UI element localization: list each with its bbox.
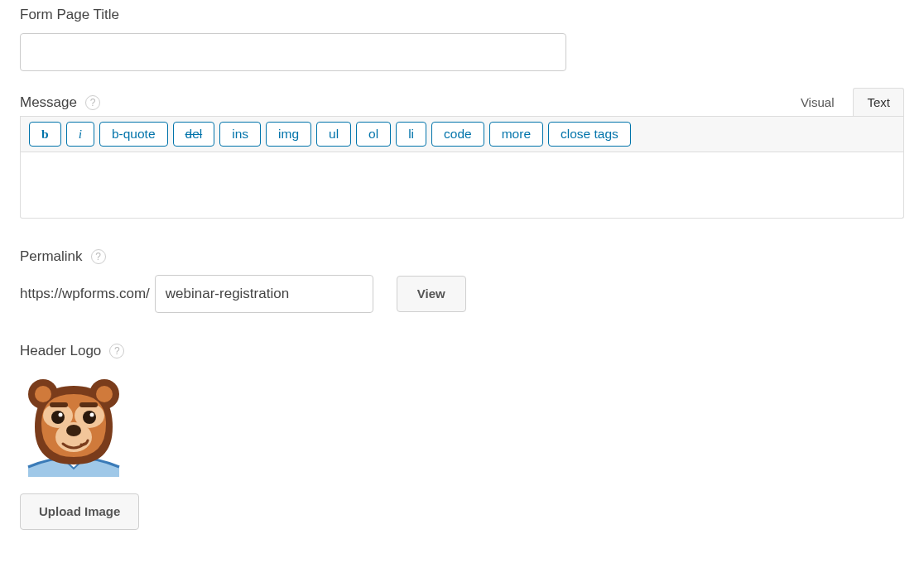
form-page-title-input[interactable] [20,33,566,71]
mascot-icon [20,369,128,477]
tab-visual[interactable]: Visual [787,88,849,116]
qtag-more[interactable]: more [489,122,543,147]
form-page-title-label: Form Page Title [20,7,904,23]
qtag-i[interactable]: i [66,122,94,147]
quicktags-toolbar: b i b-quote del ins img ul ol li code mo… [20,116,904,152]
permalink-label: Permalink ? [20,248,904,265]
svg-point-3 [96,386,113,402]
message-label: Message ? [20,94,100,116]
tab-text[interactable]: Text [853,88,904,116]
view-button[interactable]: View [397,276,466,312]
editor-tabs: Visual Text [787,88,904,116]
svg-point-10 [59,412,63,416]
upload-image-button[interactable]: Upload Image [20,493,139,530]
qtag-ul[interactable]: ul [316,122,351,147]
label-text: Message [20,94,77,111]
svg-point-2 [35,386,51,402]
qtag-img[interactable]: img [266,122,311,147]
label-text: Form Page Title [20,7,119,23]
svg-rect-6 [50,402,68,407]
qtag-li[interactable]: li [396,122,426,147]
qtag-close[interactable]: close tags [548,122,631,147]
message-textarea[interactable] [21,152,903,218]
svg-point-8 [51,411,65,424]
message-editor-body [20,152,904,219]
label-text: Permalink [20,248,83,265]
form-pages-settings: Form Page Title Message ? Visual Text b … [0,0,924,550]
svg-rect-7 [79,402,98,407]
header-logo-preview[interactable] [20,369,128,477]
help-icon[interactable]: ? [91,249,106,264]
svg-point-11 [90,412,94,416]
header-logo-label: Header Logo ? [20,343,904,359]
label-text: Header Logo [20,343,101,359]
svg-point-9 [83,411,96,424]
qtag-ol[interactable]: ol [356,122,391,147]
qtag-del[interactable]: del [173,122,215,147]
qtag-ins[interactable]: ins [219,122,261,147]
help-icon[interactable]: ? [109,344,124,358]
permalink-slug-input[interactable] [155,275,373,313]
help-icon[interactable]: ? [85,95,100,110]
qtag-bquote[interactable]: b-quote [99,122,168,147]
qtag-b[interactable]: b [29,122,61,147]
qtag-code[interactable]: code [431,122,484,147]
permalink-prefix: https://wpforms.com/ [20,286,150,302]
svg-point-13 [66,425,81,436]
